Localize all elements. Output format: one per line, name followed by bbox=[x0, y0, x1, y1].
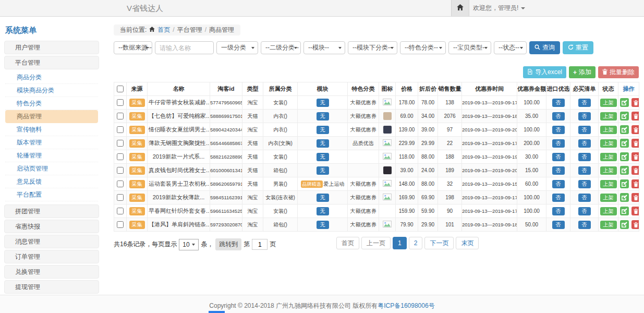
delete-button[interactable] bbox=[631, 179, 639, 188]
module-select[interactable]: --模块-- bbox=[303, 41, 345, 54]
import-select-toggle[interactable]: 否 bbox=[552, 207, 565, 215]
module-none-badge[interactable]: 无 bbox=[317, 207, 329, 215]
row-checkbox[interactable] bbox=[117, 126, 124, 133]
must-buy-toggle[interactable]: 否 bbox=[578, 207, 591, 215]
import-select-toggle[interactable]: 否 bbox=[552, 221, 565, 229]
edit-button[interactable] bbox=[620, 98, 629, 107]
import-select-toggle[interactable]: 否 bbox=[552, 153, 565, 161]
module-none-badge[interactable]: 无 bbox=[317, 153, 329, 161]
row-checkbox[interactable] bbox=[117, 208, 124, 214]
pager-button-5[interactable]: 末页 bbox=[456, 237, 479, 249]
sidebar-item-7[interactable]: 版本管理 bbox=[5, 136, 98, 149]
status-button[interactable]: 上架 bbox=[600, 221, 617, 229]
reset-button[interactable]: 重置 bbox=[563, 41, 593, 54]
import-select-toggle[interactable]: 否 bbox=[552, 99, 565, 107]
sidebar-item-1[interactable]: 平台管理 bbox=[4, 56, 99, 69]
select-all-checkbox[interactable] bbox=[117, 86, 124, 92]
sidebar-item-9[interactable]: 启动页管理 bbox=[5, 162, 98, 175]
row-checkbox[interactable] bbox=[117, 113, 124, 119]
status-button[interactable]: 上架 bbox=[600, 112, 617, 121]
status-button[interactable]: 上架 bbox=[600, 194, 617, 202]
sidebar-item-4[interactable]: 特色分类 bbox=[5, 97, 98, 110]
sidebar-item-6[interactable]: 宣传物料 bbox=[5, 123, 98, 136]
status-button[interactable]: 上架 bbox=[600, 99, 617, 107]
jump-page-input[interactable] bbox=[252, 239, 268, 250]
delete-button[interactable] bbox=[631, 220, 639, 229]
sidebar-item-15[interactable]: 订单管理 bbox=[4, 250, 99, 263]
edit-button[interactable] bbox=[620, 193, 629, 202]
delete-button[interactable] bbox=[631, 207, 639, 215]
sidebar-item-0[interactable]: 用户管理 bbox=[4, 41, 99, 54]
sidebar-item-13[interactable]: 省惠快报 bbox=[4, 220, 99, 233]
delete-button[interactable] bbox=[631, 125, 639, 134]
pager-button-3[interactable]: 2 bbox=[409, 237, 423, 249]
must-buy-toggle[interactable]: 否 bbox=[578, 166, 591, 175]
row-checkbox[interactable] bbox=[117, 153, 124, 160]
import-select-toggle[interactable]: 否 bbox=[552, 139, 565, 148]
row-checkbox[interactable] bbox=[117, 99, 124, 106]
sidebar-item-5[interactable]: 商品管理 bbox=[5, 110, 98, 123]
status-button[interactable]: 上架 bbox=[600, 126, 617, 134]
level1-category-select[interactable]: 一级分类 bbox=[216, 41, 258, 54]
sidebar-item-16[interactable]: 兑换管理 bbox=[4, 265, 99, 279]
sidebar-item-8[interactable]: 轮播管理 bbox=[5, 149, 98, 162]
import-select-toggle[interactable]: 否 bbox=[552, 180, 565, 188]
feature-category-select[interactable]: --特色分类-- bbox=[400, 41, 446, 54]
module-none-badge[interactable]: 无 bbox=[317, 221, 329, 229]
status-button[interactable]: 上架 bbox=[600, 166, 617, 175]
name-search-input[interactable] bbox=[155, 41, 214, 54]
jump-button[interactable]: 跳转到 bbox=[215, 238, 241, 250]
sidebar-item-17[interactable]: 提现管理 bbox=[4, 280, 99, 294]
sidebar-item-2[interactable]: 商品分类 bbox=[5, 71, 98, 84]
delete-button[interactable] bbox=[631, 98, 639, 107]
import-select-toggle[interactable]: 否 bbox=[552, 194, 565, 202]
import-select-toggle[interactable]: 否 bbox=[552, 126, 565, 134]
must-buy-toggle[interactable]: 否 bbox=[578, 153, 591, 161]
edit-button[interactable] bbox=[620, 220, 629, 229]
delete-button[interactable] bbox=[631, 112, 639, 121]
edit-button[interactable] bbox=[620, 166, 629, 175]
edit-button[interactable] bbox=[620, 139, 629, 148]
icp-link[interactable]: 粤ICP备16098006号 bbox=[378, 302, 434, 309]
status-select[interactable]: --状态-- bbox=[494, 41, 527, 54]
level2-category-select[interactable]: --二级分类-- bbox=[261, 41, 301, 54]
add-button[interactable]: + 添加 bbox=[569, 66, 596, 78]
row-checkbox[interactable] bbox=[117, 194, 124, 201]
module-sub-category-select[interactable]: --模块下分类-- bbox=[348, 41, 397, 54]
import-select-toggle[interactable]: 否 bbox=[552, 166, 565, 175]
delete-button[interactable] bbox=[631, 152, 639, 161]
edit-button[interactable] bbox=[620, 125, 629, 134]
must-buy-toggle[interactable]: 否 bbox=[578, 126, 591, 134]
row-checkbox[interactable] bbox=[117, 221, 124, 228]
must-buy-toggle[interactable]: 否 bbox=[578, 221, 591, 229]
module-none-badge[interactable]: 无 bbox=[317, 166, 329, 175]
status-button[interactable]: 上架 bbox=[600, 139, 617, 148]
pager-button-4[interactable]: 下一页 bbox=[424, 237, 454, 249]
must-buy-toggle[interactable]: 否 bbox=[578, 112, 591, 121]
sidebar-item-14[interactable]: 消息管理 bbox=[4, 235, 99, 248]
sidebar-item-12[interactable]: 拼团管理 bbox=[4, 204, 99, 218]
must-buy-toggle[interactable]: 否 bbox=[578, 139, 591, 148]
module-none-badge[interactable]: 无 bbox=[317, 194, 329, 202]
data-source-select[interactable]: --数据来源-- bbox=[114, 41, 152, 54]
edit-button[interactable] bbox=[620, 207, 629, 215]
delete-button[interactable] bbox=[631, 166, 639, 175]
must-buy-toggle[interactable]: 否 bbox=[578, 194, 591, 202]
per-page-select[interactable]: 10 bbox=[179, 239, 199, 250]
delete-button[interactable] bbox=[631, 193, 639, 202]
sidebar-item-10[interactable]: 意见反馈 bbox=[5, 175, 98, 188]
status-button[interactable]: 上架 bbox=[600, 207, 617, 215]
home-button[interactable] bbox=[451, 0, 469, 16]
pager-button-0[interactable]: 首页 bbox=[336, 237, 359, 249]
must-buy-toggle[interactable]: 否 bbox=[578, 99, 591, 107]
row-checkbox[interactable] bbox=[117, 167, 124, 174]
status-button[interactable]: 上架 bbox=[600, 153, 617, 161]
module-none-badge[interactable]: 无 bbox=[317, 139, 329, 148]
module-none-badge[interactable]: 无 bbox=[317, 99, 329, 107]
user-menu[interactable]: 欢迎您，管理员! bbox=[473, 0, 525, 16]
search-button[interactable]: 查询 bbox=[529, 41, 560, 54]
delete-button[interactable] bbox=[631, 139, 639, 148]
batch-delete-button[interactable]: 批量删除 bbox=[598, 66, 639, 78]
breadcrumb-home-link[interactable]: 首页 bbox=[157, 25, 170, 35]
must-buy-toggle[interactable]: 否 bbox=[578, 180, 591, 188]
